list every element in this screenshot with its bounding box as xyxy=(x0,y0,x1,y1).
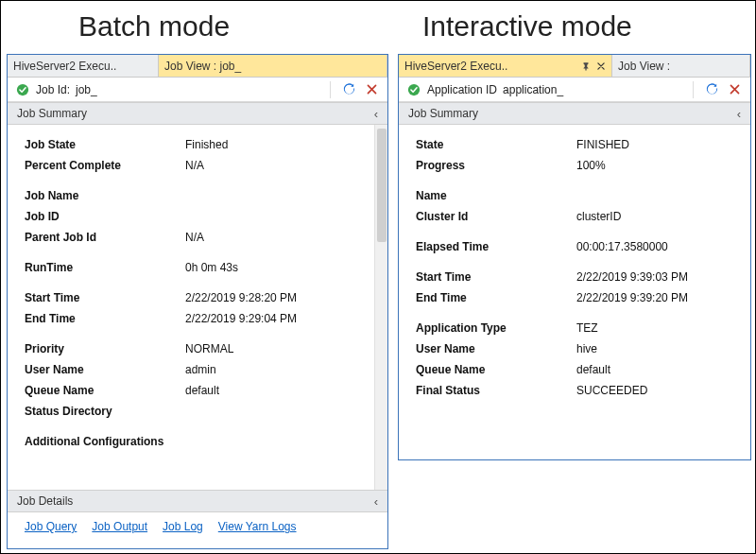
summary-key: State xyxy=(416,138,576,151)
batch-summary-content: Job StateFinishedPercent CompleteN/AJob … xyxy=(8,125,387,490)
summary-key: Cluster Id xyxy=(416,210,576,223)
batch-toolbar: Job Id: job_ xyxy=(8,78,387,102)
job-id-label: Job Id: xyxy=(36,83,70,96)
summary-value: TEZ xyxy=(576,321,743,335)
summary-value: admin xyxy=(185,363,367,376)
separator xyxy=(693,81,694,98)
tab-label: HiveServer2 Execu.. xyxy=(13,60,116,73)
section-label: Job Summary xyxy=(17,107,87,120)
summary-value: FINISHED xyxy=(576,138,743,151)
summary-value: hive xyxy=(576,342,743,355)
pin-icon[interactable] xyxy=(581,61,591,71)
summary-row: RunTime0h 0m 43s xyxy=(25,257,367,278)
summary-value: default xyxy=(185,384,367,397)
tab-label: Job View : xyxy=(618,60,670,73)
scrollbar[interactable] xyxy=(374,125,387,490)
job-details-header[interactable]: Job Details ‹ xyxy=(8,490,387,512)
summary-value: 2/22/2019 9:29:04 PM xyxy=(185,312,367,325)
close-icon[interactable] xyxy=(726,81,743,98)
job-id-value: job_ xyxy=(76,83,97,96)
summary-value: default xyxy=(576,363,743,376)
summary-key: Queue Name xyxy=(416,363,576,376)
summary-row: PriorityNORMAL xyxy=(25,338,367,359)
job-summary-header[interactable]: Job Summary ‹ xyxy=(399,102,750,125)
summary-key: RunTime xyxy=(25,261,185,274)
summary-row: Application TypeTEZ xyxy=(416,318,743,338)
summary-value: SUCCEEDED xyxy=(576,384,743,397)
app-id-label: Application ID xyxy=(427,83,497,96)
tab-label: HiveServer2 Execu.. xyxy=(404,60,576,73)
link-job-query[interactable]: Job Query xyxy=(25,520,77,533)
summary-row: Queue Namedefault xyxy=(25,380,367,401)
link-job-output[interactable]: Job Output xyxy=(92,520,147,533)
section-label: Job Details xyxy=(17,494,73,508)
check-icon xyxy=(15,82,30,97)
summary-row: Final StatusSUCCEEDED xyxy=(416,380,743,401)
summary-row: Cluster IdclusterID xyxy=(416,206,743,227)
tab-close-icon[interactable] xyxy=(596,61,606,71)
summary-value: clusterID xyxy=(576,210,743,223)
summary-key: Job ID xyxy=(25,210,185,223)
summary-row: Job ID xyxy=(25,206,367,227)
summary-value: N/A xyxy=(185,159,367,172)
summary-value: N/A xyxy=(185,231,367,244)
summary-key: Additional Configurations xyxy=(25,435,185,448)
summary-row: Start Time2/22/2019 9:39:03 PM xyxy=(416,267,743,287)
summary-key: Elapsed Time xyxy=(416,240,576,253)
tab-job-view[interactable]: Job View : xyxy=(612,55,750,77)
summary-row: User Namehive xyxy=(416,338,743,359)
summary-row: Percent CompleteN/A xyxy=(25,155,367,176)
summary-key: Percent Complete xyxy=(25,159,185,172)
summary-key: Priority xyxy=(25,342,185,355)
link-view-yarn-logs[interactable]: View Yarn Logs xyxy=(218,520,297,533)
summary-key: Start Time xyxy=(416,270,576,284)
summary-value: 00:00:17.3580000 xyxy=(576,240,743,253)
summary-row: StateFINISHED xyxy=(416,134,743,155)
batch-tabbar: HiveServer2 Execu.. Job View : job_ xyxy=(8,55,387,78)
tab-hiveserver2[interactable]: HiveServer2 Execu.. xyxy=(8,55,159,77)
scrollbar-thumb[interactable] xyxy=(377,129,387,242)
summary-value: Finished xyxy=(185,138,367,151)
close-icon[interactable] xyxy=(363,81,380,98)
summary-key: Status Directory xyxy=(25,405,185,418)
chevron-left-icon: ‹ xyxy=(374,494,378,509)
chevron-left-icon: ‹ xyxy=(374,107,378,121)
svg-point-1 xyxy=(408,83,420,95)
interactive-summary-content: StateFINISHEDProgress100%NameCluster Idc… xyxy=(399,125,750,456)
summary-value: 2/22/2019 9:39:03 PM xyxy=(576,270,743,284)
batch-mode-title: Batch mode xyxy=(78,10,230,43)
chevron-left-icon: ‹ xyxy=(737,107,741,121)
tab-label: Job View : job_ xyxy=(164,60,241,73)
summary-key: End Time xyxy=(416,291,576,304)
svg-point-0 xyxy=(17,83,28,95)
summary-key: Job Name xyxy=(25,189,185,202)
summary-value: 2/22/2019 9:39:20 PM xyxy=(576,291,743,304)
summary-value: 2/22/2019 9:28:20 PM xyxy=(185,291,367,304)
summary-key: End Time xyxy=(25,312,185,325)
summary-key: Parent Job Id xyxy=(25,231,185,244)
summary-key: Progress xyxy=(416,159,576,172)
tab-hiveserver2[interactable]: HiveServer2 Execu.. xyxy=(399,55,612,77)
refresh-icon[interactable] xyxy=(703,81,720,98)
summary-key: Name xyxy=(416,189,576,202)
summary-key: Final Status xyxy=(416,384,576,397)
summary-row: End Time2/22/2019 9:39:20 PM xyxy=(416,287,743,308)
summary-value: 100% xyxy=(576,159,743,172)
summary-value: NORMAL xyxy=(185,342,367,355)
summary-row: End Time2/22/2019 9:29:04 PM xyxy=(25,308,367,329)
summary-row: Additional Configurations xyxy=(25,431,367,452)
check-icon xyxy=(406,82,421,97)
summary-row: Job StateFinished xyxy=(25,134,367,155)
summary-row: User Nameadmin xyxy=(25,359,367,380)
summary-row: Queue Namedefault xyxy=(416,359,743,380)
summary-key: Queue Name xyxy=(25,384,185,397)
refresh-icon[interactable] xyxy=(340,81,357,98)
summary-row: Parent Job IdN/A xyxy=(25,227,367,248)
link-job-log[interactable]: Job Log xyxy=(163,520,203,533)
tab-job-view[interactable]: Job View : job_ xyxy=(159,55,387,77)
job-details-links: Job Query Job Output Job Log View Yarn L… xyxy=(8,512,387,537)
job-summary-header[interactable]: Job Summary ‹ xyxy=(8,102,387,125)
summary-row: Name xyxy=(416,185,743,206)
summary-key: User Name xyxy=(25,363,185,376)
section-label: Job Summary xyxy=(408,107,478,120)
